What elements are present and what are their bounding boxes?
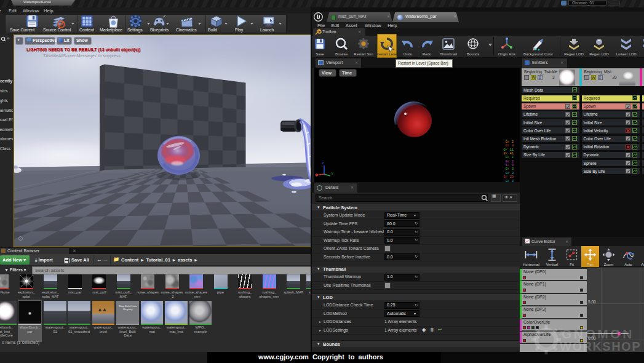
svg-text:Z: Z [322, 161, 324, 165]
svg-text:Y: Y [331, 172, 333, 175]
svg-text:✱: ✱ [315, 173, 319, 177]
